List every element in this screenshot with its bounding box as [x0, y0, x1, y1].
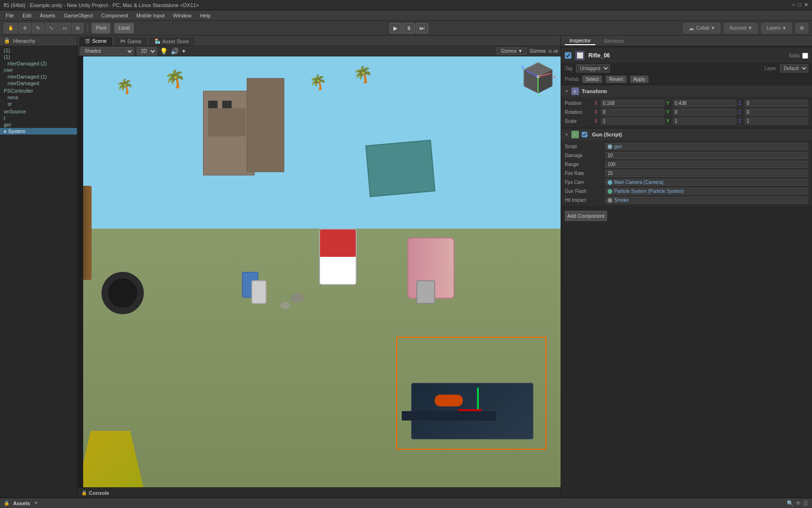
hierarchy-item[interactable]: rrierDamaged (2): [0, 60, 77, 67]
hierarchy-item[interactable]: rrierDamaged (1): [0, 73, 77, 80]
hierarchy-item[interactable]: rrier: [0, 67, 77, 73]
layout-btn[interactable]: ⚙: [796, 23, 808, 33]
gun-script-enabled[interactable]: [582, 132, 587, 137]
scale-z-input[interactable]: [745, 118, 808, 125]
pos-z-input[interactable]: [745, 100, 808, 107]
gizmos-btn[interactable]: Gizmos ▼: [497, 48, 527, 55]
layers-btn[interactable]: Layers ▼: [761, 23, 792, 33]
move-tool-btn[interactable]: ✛: [19, 23, 31, 33]
hierarchy-item[interactable]: t: [0, 115, 77, 121]
pivot-toggle-btn[interactable]: Pivot: [92, 23, 110, 33]
static-checkbox[interactable]: [802, 53, 808, 59]
eye-icon[interactable]: 👁: [796, 500, 801, 507]
gun-script-header[interactable]: ▼ ✓ Gun (Script): [561, 129, 812, 140]
assets-title: Assets: [13, 500, 30, 506]
account-label: Account ▼: [729, 25, 752, 31]
hand-tool-btn[interactable]: ✋: [4, 23, 18, 33]
minimize-btn[interactable]: ─: [792, 2, 796, 8]
account-btn[interactable]: Account ▼: [724, 23, 757, 33]
rot-x-input[interactable]: [601, 109, 664, 116]
menu-window[interactable]: Window: [169, 12, 195, 19]
rotation-label: Rotation: [565, 110, 592, 115]
rotate-tool-btn[interactable]: ↻: [32, 23, 44, 33]
select-btn[interactable]: Select: [582, 76, 602, 83]
gun-flash-ref[interactable]: Particle System (Particle System): [605, 188, 808, 195]
assets-dropdown[interactable]: ▼: [34, 500, 39, 506]
shading-select[interactable]: Shaded Wireframe Shaded Wireframe: [80, 47, 134, 56]
hierarchy-item[interactable]: (1): [0, 47, 77, 54]
gun-script-fields: Script gun Damage Range: [561, 140, 812, 206]
pause-btn[interactable]: ⏸: [403, 23, 415, 33]
menu-mobile-input[interactable]: Mobile Input: [133, 12, 168, 19]
fire-rate-input[interactable]: [605, 170, 808, 177]
light-toggle-btn[interactable]: 💡: [160, 48, 168, 55]
transform-title: Transform: [582, 88, 607, 94]
transform-header[interactable]: ▼ ⊕ Transform: [561, 86, 812, 97]
hit-impact-ref[interactable]: Smoke: [605, 197, 808, 204]
menu-component[interactable]: Component: [97, 12, 132, 19]
script-ref[interactable]: gun: [605, 143, 808, 150]
white-barrel: [251, 280, 266, 304]
transform-tool-btn[interactable]: ⧉: [72, 23, 84, 33]
step-btn[interactable]: ⏭: [416, 23, 428, 33]
scale-row: Scale X Y Z: [565, 117, 808, 126]
maximize-btn[interactable]: □: [798, 2, 801, 8]
local-toggle-btn[interactable]: Local: [114, 23, 134, 33]
scale-x-input[interactable]: [601, 118, 664, 125]
hierarchy-item[interactable]: onSource: [0, 108, 77, 115]
game-tab[interactable]: 🎮 Game: [114, 36, 148, 46]
static-label: Static: [789, 53, 800, 58]
hierarchy-item-selected[interactable]: e System: [0, 128, 77, 135]
rot-z-input[interactable]: [745, 109, 808, 116]
gizmo-widget[interactable]: X Y Z: [519, 60, 557, 98]
gun-flash-row: Gun Flash Particle System (Particle Syst…: [565, 187, 808, 196]
range-input[interactable]: [605, 161, 808, 168]
left-panel: 🔒 Hierarchy (1) (1) rrierDamaged (2) rri…: [0, 36, 78, 498]
vfx-toggle-btn[interactable]: ✦: [181, 48, 186, 55]
gun-script-arrow: ▼: [565, 133, 569, 137]
menu-file[interactable]: File: [2, 12, 18, 19]
audio-toggle-btn[interactable]: 🔊: [171, 48, 179, 55]
dimension-select[interactable]: 2D 3D: [137, 47, 157, 56]
hierarchy-item[interactable]: st: [0, 101, 77, 107]
inspector-header: Inspector Services: [561, 36, 812, 46]
add-component-btn[interactable]: Add Component: [565, 211, 607, 221]
object-active-checkbox[interactable]: [565, 52, 571, 59]
menu-gameobject[interactable]: GameObject: [60, 12, 97, 19]
inspector-tab[interactable]: Inspector: [565, 37, 595, 45]
layer-select[interactable]: Default UI: [780, 64, 808, 72]
asset-store-icon: 🏪: [155, 39, 160, 44]
collab-btn[interactable]: ☁ Collab ▼: [683, 23, 720, 33]
hit-impact-dot: [608, 198, 612, 203]
menu-edit[interactable]: Edit: [19, 12, 35, 19]
hierarchy-item[interactable]: nera: [0, 94, 77, 101]
menu-help[interactable]: Help: [196, 12, 214, 19]
play-btn[interactable]: ▶: [390, 23, 402, 33]
pos-y-input[interactable]: [673, 100, 736, 107]
filter-icon[interactable]: ☰: [803, 500, 808, 507]
hierarchy-list[interactable]: (1) (1) rrierDamaged (2) rrier rrierDama…: [0, 46, 77, 498]
hierarchy-item[interactable]: rrierDamaged: [0, 80, 77, 87]
services-tab[interactable]: Services: [599, 37, 628, 45]
revert-btn[interactable]: Revert: [606, 76, 626, 83]
scene-view[interactable]: 🌴 🌴 🌴 🌴: [78, 56, 561, 487]
hierarchy-item[interactable]: PSController: [0, 87, 77, 94]
close-btn[interactable]: ✕: [804, 2, 808, 8]
scene-tab[interactable]: 🎬 Scene: [78, 36, 113, 46]
rect-tool-btn[interactable]: ▭: [58, 23, 71, 33]
search-icon[interactable]: 🔍: [787, 500, 794, 507]
scale-tool-btn[interactable]: ⤡: [45, 23, 57, 33]
gizmos-all-label: Gizmos: [530, 48, 546, 54]
fps-cam-ref[interactable]: Main Camera (Camera): [605, 179, 808, 186]
damage-input[interactable]: [605, 152, 808, 159]
hierarchy-item[interactable]: (1): [0, 54, 77, 60]
asset-store-tab[interactable]: 🏪 Asset Store: [148, 36, 195, 46]
rot-y-input[interactable]: [673, 109, 736, 116]
tag-select[interactable]: Untagged Player Enemy: [576, 64, 610, 72]
scene-tab-icon: 🎬: [85, 39, 90, 44]
apply-btn[interactable]: Apply: [630, 76, 648, 83]
hierarchy-item[interactable]: ger: [0, 121, 77, 128]
scale-y-input[interactable]: [673, 118, 736, 125]
menu-assets[interactable]: Assets: [36, 12, 59, 19]
pos-x-input[interactable]: [601, 100, 664, 107]
